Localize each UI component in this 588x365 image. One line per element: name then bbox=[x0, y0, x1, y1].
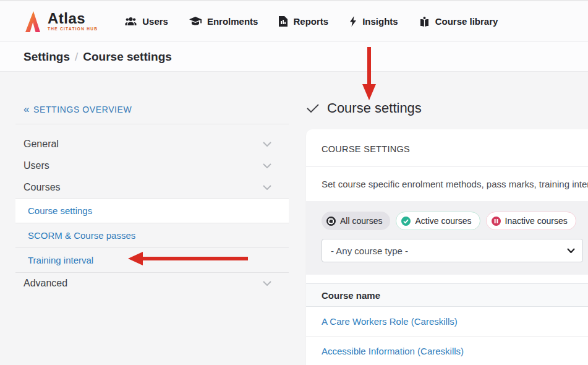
sidebar-group-label: Users bbox=[23, 160, 49, 171]
atlas-logo-icon bbox=[23, 10, 42, 33]
course-settings-card: COURSE SETTINGS Set course specific enro… bbox=[306, 129, 588, 365]
sidebar-item-course-settings[interactable]: Course settings bbox=[15, 198, 289, 223]
nav-label: Enrolments bbox=[207, 16, 258, 27]
nav-items: Users Enrolments Reports Insights bbox=[125, 16, 498, 27]
chevron-down-icon bbox=[263, 281, 271, 286]
breadcrumb-section[interactable]: Settings bbox=[23, 50, 70, 64]
report-icon bbox=[279, 16, 288, 27]
nav-item-users[interactable]: Users bbox=[125, 16, 168, 27]
filter-all-courses[interactable]: All courses bbox=[322, 212, 390, 230]
sidebar-item-label: SCORM & Course passes bbox=[28, 230, 135, 241]
nav-item-reports[interactable]: Reports bbox=[279, 16, 328, 27]
nav-item-course-library[interactable]: Course library bbox=[419, 16, 498, 27]
sidebar-group-label: Courses bbox=[23, 182, 61, 193]
table-row: A Care Workers Role (Careskills) bbox=[306, 307, 588, 337]
nav-item-enrolments[interactable]: Enrolments bbox=[189, 16, 258, 27]
brand-name: Atlas bbox=[48, 11, 98, 26]
nav-label: Course library bbox=[435, 16, 498, 27]
sidebar-group-courses[interactable]: Courses bbox=[15, 176, 289, 198]
sidebar-group-advanced[interactable]: Advanced bbox=[15, 272, 289, 294]
page-title-text: Course settings bbox=[327, 100, 422, 116]
lightning-icon bbox=[349, 16, 357, 27]
table-header-course-name: Course name bbox=[306, 283, 588, 307]
courses-sub-list: Course settings SCORM & Course passes Tr… bbox=[15, 198, 289, 272]
brand-tagline: THE CITATION HUB bbox=[48, 27, 98, 32]
users-icon bbox=[125, 17, 137, 26]
nav-label: Reports bbox=[293, 16, 328, 27]
top-nav: Atlas THE CITATION HUB Users Enrolments bbox=[0, 0, 588, 42]
settings-sidebar: « SETTINGS OVERVIEW General Users Course… bbox=[0, 72, 289, 364]
filter-label: Inactive courses bbox=[505, 216, 568, 226]
settings-overview-link[interactable]: « SETTINGS OVERVIEW bbox=[15, 104, 289, 114]
breadcrumb: Settings / Course settings bbox=[0, 42, 588, 72]
nav-label: Insights bbox=[362, 16, 398, 27]
sidebar-group-label: General bbox=[23, 139, 59, 150]
sidebar-item-training-interval[interactable]: Training interval bbox=[15, 247, 289, 272]
course-filter-strip: All courses Active courses bbox=[306, 201, 588, 275]
sidebar-item-scorm-course-passes[interactable]: SCORM & Course passes bbox=[15, 223, 289, 247]
filter-label: Active courses bbox=[415, 216, 471, 226]
card-description: Set course specific enrolment methods, p… bbox=[306, 167, 588, 201]
brand-logo[interactable]: Atlas THE CITATION HUB bbox=[23, 10, 98, 33]
nav-label: Users bbox=[142, 16, 168, 27]
chevron-down-icon bbox=[263, 185, 271, 190]
card-title: COURSE SETTINGS bbox=[306, 129, 588, 167]
chevron-down-icon bbox=[263, 163, 271, 168]
main-panel: Course settings COURSE SETTINGS Set cour… bbox=[289, 72, 588, 364]
chevron-down-icon bbox=[567, 248, 575, 253]
page-title: Course settings bbox=[306, 100, 588, 116]
record-circle-icon bbox=[326, 217, 336, 226]
filter-label: All courses bbox=[340, 216, 382, 226]
check-circle-icon bbox=[401, 217, 411, 226]
spacer bbox=[306, 275, 588, 283]
course-type-select-value: - Any course type - bbox=[331, 246, 408, 256]
nav-item-insights[interactable]: Insights bbox=[349, 16, 398, 27]
sidebar-item-label: Training interval bbox=[28, 255, 93, 265]
course-type-select[interactable]: - Any course type - bbox=[322, 239, 583, 262]
filter-inactive-courses[interactable]: Inactive courses bbox=[486, 212, 576, 230]
course-link[interactable]: A Care Workers Role (Careskills) bbox=[322, 316, 458, 327]
check-icon bbox=[306, 103, 320, 113]
double-chevron-left-icon: « bbox=[23, 104, 30, 114]
pause-circle-icon bbox=[492, 217, 501, 226]
table-row: Accessible Information (Careskills) bbox=[306, 337, 588, 365]
breadcrumb-separator: / bbox=[75, 50, 78, 64]
graduation-cap-icon bbox=[189, 17, 202, 26]
filter-active-courses[interactable]: Active courses bbox=[396, 212, 480, 230]
sidebar-group-users[interactable]: Users bbox=[15, 155, 289, 176]
book-icon bbox=[419, 17, 430, 27]
breadcrumb-current: Course settings bbox=[83, 50, 172, 64]
sidebar-item-label: Course settings bbox=[28, 205, 92, 216]
chevron-down-icon bbox=[263, 142, 271, 147]
sidebar-group-label: Advanced bbox=[23, 278, 67, 289]
settings-overview-label: SETTINGS OVERVIEW bbox=[33, 105, 132, 114]
course-link[interactable]: Accessible Information (Careskills) bbox=[322, 346, 464, 356]
divider bbox=[15, 124, 289, 124]
sidebar-group-general[interactable]: General bbox=[15, 133, 289, 155]
